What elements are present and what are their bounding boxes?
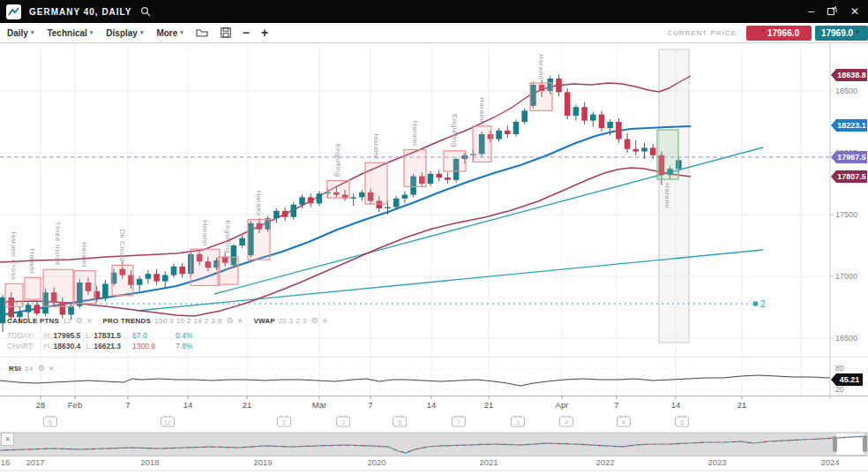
candle-body [153, 274, 160, 281]
pattern-box [404, 150, 426, 187]
candle-body [445, 177, 451, 180]
calendar-event-count: 2 [282, 419, 286, 426]
price-badge-label: 17967.5 [837, 153, 866, 162]
open-folder-icon[interactable] [196, 27, 208, 38]
close-icon[interactable]: ✕ [237, 317, 243, 325]
navigator-handle[interactable] [833, 436, 837, 452]
pattern-label: Three Inside [54, 222, 62, 267]
close-icon[interactable]: ✕ [322, 317, 328, 325]
price-chart-canvas[interactable]: 2Harami CrossHaramiThree InsideHaramiDk … [0, 0, 868, 475]
pattern-label: Harami [411, 121, 419, 147]
down-arrow-icon: ▼ [760, 28, 766, 34]
candle-body [565, 92, 571, 116]
axis-label: 20 [835, 385, 844, 394]
candle-body [26, 305, 32, 312]
candle-body [299, 197, 305, 204]
candle-body [590, 115, 596, 121]
chevron-down-icon: ▾ [180, 29, 183, 36]
candle-body [521, 110, 528, 122]
navigator-year-label: 2019 [253, 457, 272, 467]
menu-timeframe[interactable]: Daily▾ [7, 28, 34, 38]
navigator-year-label: 2018 [140, 457, 159, 467]
price-badge-label: 18223.1 [837, 121, 866, 130]
pattern-box [74, 271, 95, 304]
candle-body [350, 197, 356, 198]
gear-icon[interactable]: ⚙ [38, 364, 45, 373]
pattern-label: Harami [255, 191, 263, 216]
menu-technical[interactable]: Technical▾ [47, 28, 93, 38]
pattern-box [365, 162, 387, 204]
pattern-box [473, 126, 491, 162]
navigator-year-label: 2024 [820, 457, 839, 467]
pattern-box [657, 130, 678, 179]
calendar-event-count: 4 [565, 419, 568, 426]
gear-icon[interactable]: ⚙ [76, 316, 83, 325]
candle-body [650, 147, 656, 155]
axis-label: 14 [671, 400, 681, 410]
save-icon[interactable] [221, 27, 231, 38]
axis-label: 21 [737, 400, 747, 410]
close-icon[interactable]: ✕ [49, 365, 55, 373]
rsi-legend: RSI 14 ⚙ ✕ [9, 364, 54, 373]
price-badge-label: 18638.8 [837, 71, 866, 79]
popout-icon[interactable] [827, 0, 837, 23]
legend-candle-patterns: CANDLE PTNS 12 ⚙ ✕ [7, 316, 93, 325]
calendar-event-count: 6 [398, 419, 401, 426]
calendar-event-count: 4 [622, 419, 625, 426]
pattern-box [218, 257, 238, 284]
navigator-year-label: 2021 [479, 457, 498, 467]
axis-label: 14 [183, 400, 193, 410]
pattern-box [248, 220, 270, 260]
candle-body [273, 211, 280, 218]
pattern-label: Harami [372, 133, 380, 159]
pattern-box [327, 181, 349, 199]
pattern-label: Engulfing [334, 144, 342, 177]
menu-more[interactable]: More▾ [156, 28, 183, 38]
up-arrow-icon: ▲ [855, 28, 860, 34]
today-stats-row: TODAY:H:17995.5L:17831.567.00.4% [7, 331, 207, 342]
gear-icon[interactable]: ⚙ [227, 316, 234, 325]
calendar-event-count: 6 [680, 419, 684, 426]
chart-window: 2Harami CrossHaramiThree InsideHaramiDk … [0, 0, 868, 475]
candle-body [393, 199, 400, 207]
price-badge-label: 45.21 [840, 375, 860, 384]
close-icon[interactable]: ✕ [86, 317, 93, 325]
chart-stats-row: CHART:H:18630.4L:16621.31300.97.8% [7, 342, 207, 352]
search-icon[interactable] [140, 6, 151, 17]
ask-price-badge: 17969.0▲ [815, 26, 868, 41]
pattern-box [112, 265, 133, 295]
bid-price-badge: ▼17966.0 [746, 26, 812, 41]
menu-display[interactable]: Display▾ [106, 28, 143, 38]
candle-body [68, 306, 74, 315]
pattern-label: Engulfing [224, 220, 232, 253]
axis-label: 17000 [835, 272, 857, 281]
gear-icon[interactable]: ⚙ [311, 316, 318, 325]
navigator-close-button[interactable]: ✕ [1, 433, 14, 446]
pattern-label: Harami Cross [10, 231, 18, 280]
axis-label: 21 [484, 400, 494, 410]
axis-label: Apr [556, 400, 569, 410]
close-button[interactable]: ✕ [850, 0, 859, 23]
axis-label: Mar [312, 400, 326, 410]
window-title: GERMANY 40, DAILY [29, 7, 131, 17]
pattern-box [191, 249, 220, 285]
navigator-year-label: 2023 [707, 457, 726, 467]
calendar-event-count: 3 [341, 419, 345, 426]
candle-body [402, 195, 408, 199]
zoom-in-button[interactable]: + [261, 24, 268, 41]
navigator-handle[interactable] [863, 436, 867, 452]
axis-label: 16500 [835, 334, 857, 343]
pattern-label: Harami [478, 97, 486, 123]
pattern-label: Harami [80, 242, 88, 268]
pattern-label: Harami [663, 183, 671, 208]
axis-label: Feb [68, 400, 82, 410]
minimize-button[interactable]: – [808, 0, 814, 23]
navigator-track[interactable] [0, 433, 868, 456]
candle-body [428, 174, 434, 184]
calendar-event-count: 7 [457, 419, 460, 426]
candle-body [556, 79, 562, 92]
price-badge-label: 17807.5 [837, 172, 866, 181]
zoom-out-button[interactable]: − [243, 24, 250, 41]
pattern-box [43, 269, 73, 306]
support-level-marker [753, 302, 758, 306]
